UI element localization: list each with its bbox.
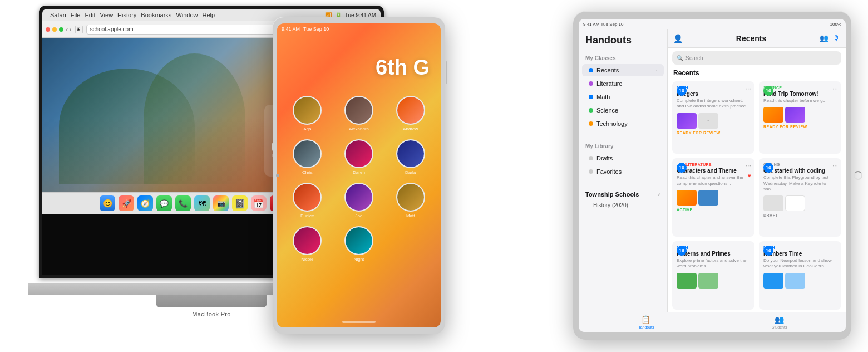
dock-maps[interactable]: 🗺 xyxy=(194,195,210,211)
student-item[interactable]: Alexandra xyxy=(337,96,381,131)
card-thumbnails xyxy=(763,273,837,289)
handout-card-patterns[interactable]: 16 MATH Patterns and Primes Explore prim… xyxy=(672,241,754,310)
menu-help[interactable]: Help xyxy=(203,12,215,18)
student-item[interactable]: Darla xyxy=(388,139,432,175)
people-icon[interactable]: 👥 xyxy=(820,34,828,42)
student-item[interactable]: Joe xyxy=(337,183,381,218)
menu-file[interactable]: File xyxy=(71,12,81,18)
drafts-dot xyxy=(589,156,593,160)
recents-panel: 👤 Recents 👥 🎙 🔍 Search Rec xyxy=(668,29,846,312)
student-item[interactable]: Chris xyxy=(285,139,329,175)
url-text: school.apple.com xyxy=(90,26,134,32)
home-indicator[interactable] xyxy=(342,321,376,323)
township-history-item[interactable]: History (2020) xyxy=(585,200,660,211)
minimize-button[interactable] xyxy=(52,27,57,32)
tab-students[interactable]: 👥 Students xyxy=(772,315,787,329)
ipad-middle-outer: 9:41 AM Tue Sep 10 6th G Aga Alexandra xyxy=(273,17,445,334)
mic-icon[interactable]: 🎙 xyxy=(833,34,840,42)
tab-handouts[interactable]: 📋 Handouts xyxy=(638,315,654,329)
menu-history[interactable]: History xyxy=(117,12,136,18)
handouts-app-title: Handouts xyxy=(579,35,667,52)
card-thumbnails xyxy=(677,273,750,289)
dock-messages[interactable]: 💬 xyxy=(156,195,172,211)
ipad-side-button[interactable] xyxy=(446,61,447,84)
card-thumb xyxy=(677,113,697,129)
card-thumb xyxy=(763,273,783,289)
student-avatar xyxy=(293,96,322,125)
ipad-lockscreen: 9:41 AM Tue Sep 10 6th G Aga Alexandra xyxy=(277,23,441,327)
student-name: Daren xyxy=(353,170,365,175)
card-thumbnails xyxy=(763,107,837,123)
menu-safari[interactable]: Safari xyxy=(50,12,66,18)
card-desc: Read this chapter and answer the compreh… xyxy=(677,175,750,187)
dock-notes[interactable]: 📓 xyxy=(232,195,248,211)
back-button[interactable]: ‹ xyxy=(66,25,68,33)
more-options-button[interactable]: ··· xyxy=(832,162,838,169)
handout-card-integers[interactable]: 10 MATH Integers Complete the integers w… xyxy=(672,81,754,154)
sidebar-item-literature[interactable]: Literature xyxy=(582,77,664,90)
student-avatar xyxy=(344,226,373,255)
handouts-sidebar: Handouts My Classes Recents › Literature xyxy=(579,29,668,312)
menu-bookmarks[interactable]: Bookmarks xyxy=(141,12,171,18)
student-item[interactable]: Aga xyxy=(285,96,329,131)
card-thumbnails: ≡ xyxy=(677,113,750,129)
user-icon[interactable]: 👤 xyxy=(673,34,683,43)
card-number: 16 xyxy=(677,246,687,256)
card-number: 10 xyxy=(763,86,773,96)
more-options-button[interactable]: ··· xyxy=(746,85,751,92)
ipad-lock-statusbar: 9:41 AM Tue Sep 10 xyxy=(277,23,441,35)
menu-edit[interactable]: Edit xyxy=(85,12,95,18)
sidebar-item-recents[interactable]: Recents › xyxy=(582,64,664,76)
card-title: Get started with coding xyxy=(763,168,837,174)
dock-launchpad[interactable]: 🚀 xyxy=(119,195,134,211)
sidebar-item-science[interactable]: Science xyxy=(582,104,664,116)
card-subject: LITERATURE xyxy=(685,163,712,167)
dock-reminders[interactable]: 📅 xyxy=(251,195,267,211)
fullscreen-button[interactable] xyxy=(59,27,63,32)
dock-finder[interactable]: 😊 xyxy=(100,195,115,211)
handout-card-numbers[interactable]: 10 MATH Numbers Time Do your Nearpod les… xyxy=(759,241,841,310)
student-item[interactable]: Matt xyxy=(388,183,432,218)
student-item[interactable]: Daren xyxy=(337,139,381,175)
card-title: Characters and Theme xyxy=(677,168,750,174)
student-avatar xyxy=(344,183,373,212)
card-desc: Complete this Playground by last Wednesd… xyxy=(763,175,837,192)
handout-card-fieldtrip[interactable]: 10 SCIENCE Field Trip Tomorrow! Read thi… xyxy=(759,81,841,154)
handout-card-coding[interactable]: 10 CODING Get started with coding Comple… xyxy=(759,158,841,237)
menu-window[interactable]: Window xyxy=(176,12,198,18)
student-avatar xyxy=(396,183,425,212)
student-avatar xyxy=(293,183,322,212)
card-desc: Complete the integers worksheet, and I'v… xyxy=(677,98,750,110)
student-name: Eunice xyxy=(300,213,314,218)
student-item[interactable]: Nicole xyxy=(285,226,329,262)
tab-overview-button[interactable]: ⊞ xyxy=(75,26,83,33)
sidebar-item-technology[interactable]: Technology xyxy=(582,118,664,130)
menu-view[interactable]: View xyxy=(100,12,113,18)
recents-topbar: 👤 Recents 👥 🎙 xyxy=(668,29,846,48)
card-title: Patterns and Primes xyxy=(677,251,750,257)
sidebar-item-favorites[interactable]: Favorites xyxy=(582,165,664,178)
close-button[interactable] xyxy=(46,27,50,32)
literature-dot xyxy=(589,81,593,86)
student-name: Aga xyxy=(303,126,311,131)
handout-card-characters[interactable]: 10 LITERATURE Characters and Theme Read … xyxy=(672,158,754,237)
student-item[interactable]: Andrew xyxy=(388,96,432,131)
township-header[interactable]: Township Schools ∨ xyxy=(585,191,660,198)
more-options-button[interactable]: ··· xyxy=(746,162,751,169)
more-options-button[interactable]: ··· xyxy=(832,85,838,92)
card-thumb xyxy=(785,195,805,211)
dock-photos[interactable]: 📷 xyxy=(213,195,229,211)
recents-right-icons: 👥 🎙 xyxy=(820,34,840,42)
dock-safari[interactable]: 🧭 xyxy=(137,195,153,211)
dock-facetime[interactable]: 📞 xyxy=(175,195,191,211)
sidebar-divider xyxy=(585,135,660,135)
search-bar[interactable]: 🔍 Search xyxy=(672,51,841,65)
card-status: ACTIVE xyxy=(677,208,750,212)
sidebar-item-drafts[interactable]: Drafts xyxy=(582,152,664,164)
sidebar-item-math[interactable]: Math xyxy=(582,91,664,103)
student-name: Andrew xyxy=(403,126,418,131)
forward-button[interactable]: › xyxy=(69,25,71,33)
student-item[interactable]: Night xyxy=(337,226,381,262)
student-name: Joe xyxy=(356,213,363,218)
student-item[interactable]: Eunice xyxy=(285,183,329,218)
